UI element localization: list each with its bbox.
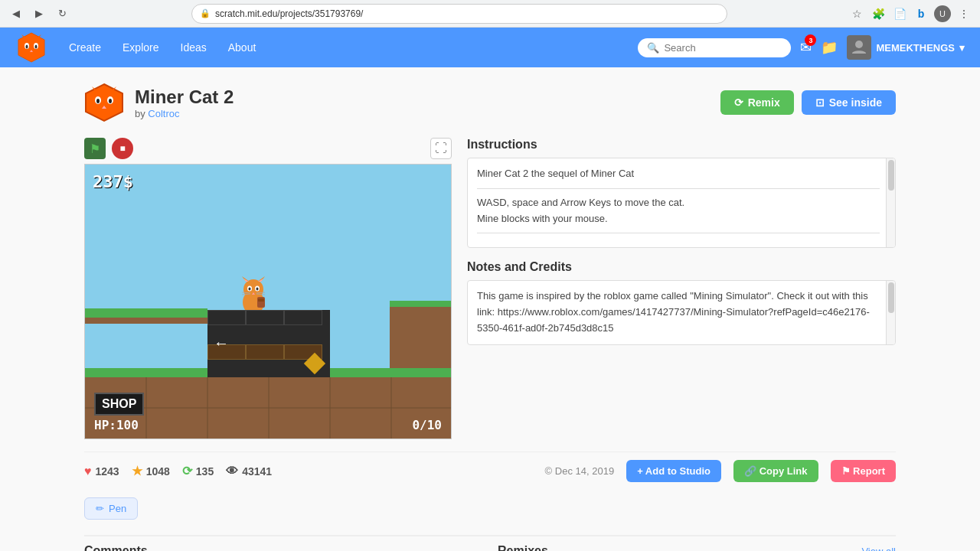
- url-bar[interactable]: 🔒 scratch.mit.edu/projects/351793769/: [191, 4, 727, 24]
- comments-section: Comments: [84, 544, 482, 551]
- refresh-button[interactable]: ↻: [54, 5, 70, 22]
- url-text: scratch.mit.edu/projects/351793769/: [215, 8, 363, 19]
- scratch-navigation: Create Explore Ideas About 🔍 ✉ 3 📁 MEMEK…: [0, 28, 980, 67]
- green-flag-button[interactable]: ⚑: [84, 138, 106, 159]
- svg-point-8: [855, 41, 863, 48]
- instructions-line2: WASD, space and Arrow Keys to move the c…: [477, 195, 880, 211]
- bookmark-icon[interactable]: ☆: [848, 5, 865, 22]
- remix-button[interactable]: ⟳ Remix: [720, 90, 794, 115]
- scratch-logo[interactable]: [15, 31, 47, 64]
- svg-point-18: [243, 279, 263, 299]
- stats-actions-bar: ♥ 1243 ★ 1048 ⟳ 135 👁 43141 © Dec 14, 20…: [84, 452, 896, 490]
- nav-right-area: ✉ 3 📁 MEMEKTHENGS ▾: [800, 35, 965, 60]
- lock-icon: 🔒: [200, 8, 211, 18]
- bottom-section: Comments Remixes View all: [84, 535, 896, 551]
- nav-about[interactable]: About: [219, 37, 266, 58]
- forward-button[interactable]: ▶: [31, 5, 47, 22]
- svg-point-12: [96, 99, 100, 103]
- search-input[interactable]: [664, 42, 782, 54]
- copy-link-button[interactable]: 🔗 Copy Link: [733, 460, 818, 482]
- hp-display: HP:100: [94, 418, 139, 432]
- instructions-title: Instructions: [467, 138, 896, 152]
- nav-search-box[interactable]: 🔍: [638, 38, 791, 57]
- scrollbar-track[interactable]: [886, 158, 895, 247]
- heart-icon: ♥: [84, 465, 92, 478]
- player-container: ⚑ ■ ⛶ 237$: [84, 138, 452, 439]
- project-author: by Coltroc: [135, 108, 720, 119]
- browser-right-icons: ☆ 🧩 📄 b U ⋮: [848, 5, 972, 22]
- bing-icon[interactable]: b: [913, 5, 929, 22]
- comments-header: Comments: [84, 544, 482, 551]
- search-icon: 🔍: [647, 42, 659, 54]
- remix-icon: ⟳: [734, 96, 743, 109]
- notes-section: Notes and Credits This game is inspired …: [467, 260, 896, 344]
- project-icon: [84, 83, 124, 122]
- nav-ideas[interactable]: Ideas: [172, 37, 216, 58]
- project-title: Miner Cat 2: [135, 86, 720, 108]
- menu-icon[interactable]: ⋮: [956, 5, 972, 22]
- instructions-line1: Miner Cat 2 the sequel of Miner Cat: [477, 166, 880, 182]
- stop-button[interactable]: ■: [112, 138, 133, 159]
- pen-tag-button[interactable]: ✏ Pen: [84, 497, 138, 520]
- notes-scrollbar-thumb[interactable]: [888, 282, 894, 313]
- nav-create[interactable]: Create: [60, 37, 110, 58]
- nav-explore[interactable]: Explore: [113, 37, 168, 58]
- svg-point-25: [249, 288, 251, 291]
- add-to-studio-button[interactable]: + Add to Studio: [626, 460, 721, 482]
- remixes-title: Remixes: [498, 544, 548, 551]
- instructions-text-box[interactable]: Miner Cat 2 the sequel of Miner Cat WASD…: [467, 158, 896, 248]
- player-stage[interactable]: 237$: [84, 164, 452, 439]
- user-profile-icon[interactable]: U: [934, 5, 951, 22]
- player-controls: ⚑ ■ ⛶: [84, 138, 452, 159]
- notifications-button[interactable]: ✉ 3: [800, 39, 812, 56]
- loves-stat[interactable]: ★ 1048: [132, 464, 170, 478]
- back-button[interactable]: ◀: [8, 5, 24, 22]
- project-header: Miner Cat 2 by Coltroc ⟳ Remix ⊡ See ins…: [84, 83, 896, 122]
- see-inside-icon: ⊡: [815, 96, 825, 109]
- notes-text: This game is inspired by the roblox game…: [477, 289, 880, 336]
- notes-scrollbar-track[interactable]: [886, 281, 895, 344]
- svg-rect-33: [258, 298, 264, 302]
- info-panel: Instructions Miner Cat 2 the sequel of M…: [467, 138, 896, 439]
- remix-stat-icon: ⟳: [182, 464, 192, 478]
- svg-marker-9: [86, 84, 122, 121]
- items-display: 0/10: [412, 418, 442, 432]
- project-date: © Dec 14, 2019: [545, 465, 615, 477]
- user-chevron-icon: ▾: [959, 42, 965, 54]
- instructions-section: Instructions Miner Cat 2 the sequel of M…: [467, 138, 896, 248]
- my-stuff-button[interactable]: 📁: [821, 39, 838, 56]
- report-button[interactable]: ⚑ Report: [831, 460, 897, 482]
- views-stat: 👁 43141: [226, 465, 272, 478]
- pen-label: Pen: [109, 503, 126, 514]
- loves-count: 1048: [146, 465, 170, 478]
- extensions-icon[interactable]: 🧩: [870, 5, 887, 22]
- user-menu[interactable]: MEMEKTHENGS ▾: [847, 35, 965, 60]
- eye-icon: 👁: [226, 465, 238, 478]
- comments-title: Comments: [84, 544, 148, 551]
- scrollbar-thumb[interactable]: [888, 160, 894, 191]
- notifications-badge: 3: [805, 34, 816, 46]
- author-link[interactable]: Coltroc: [148, 108, 179, 119]
- see-inside-button[interactable]: ⊡ See inside: [802, 90, 896, 115]
- project-header-buttons: ⟳ Remix ⊡ See inside: [720, 90, 896, 115]
- svg-point-26: [256, 288, 259, 291]
- notes-text-box[interactable]: This game is inspired by the roblox game…: [467, 280, 896, 344]
- view-all-link[interactable]: View all: [861, 546, 896, 552]
- nav-links: Create Explore Ideas About: [60, 37, 638, 58]
- fullscreen-button[interactable]: ⛶: [430, 138, 452, 159]
- project-logo: [84, 83, 124, 122]
- project-title-area: Miner Cat 2 by Coltroc: [135, 86, 720, 119]
- svg-point-13: [109, 99, 112, 103]
- pdf-icon[interactable]: 📄: [891, 5, 908, 22]
- shop-sign: SHOP: [94, 393, 144, 416]
- notes-title: Notes and Credits: [467, 260, 896, 274]
- scratch-logo-svg: [15, 31, 47, 64]
- svg-point-4: [35, 45, 38, 49]
- remix-label: Remix: [748, 96, 780, 109]
- username-label: MEMEKTHENGS: [876, 42, 955, 54]
- likes-stat[interactable]: ♥ 1243: [84, 465, 119, 478]
- remixes-header: Remixes View all: [498, 544, 896, 551]
- star-icon: ★: [132, 464, 142, 478]
- right-platform: [390, 301, 451, 377]
- avatar-icon: [850, 38, 868, 57]
